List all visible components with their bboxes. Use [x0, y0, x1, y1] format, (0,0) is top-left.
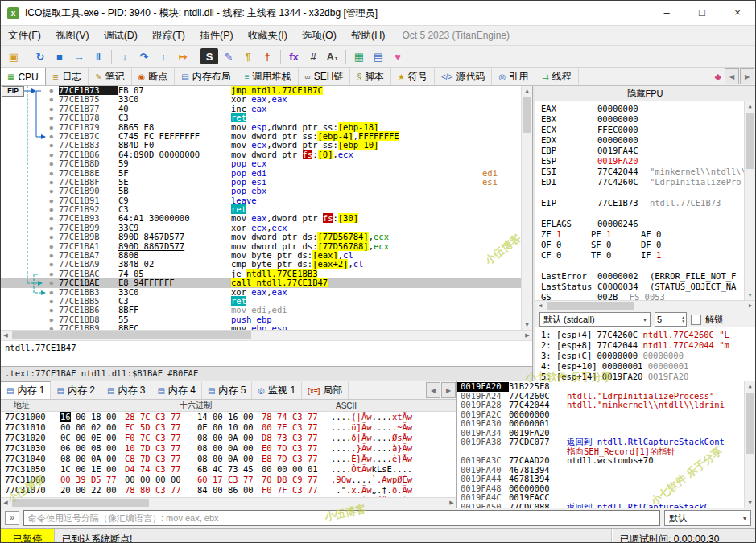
breakpoint-dot[interactable]: ●	[49, 105, 53, 113]
tab-日志[interactable]: ≣日志	[46, 68, 89, 85]
hide-fpu-button[interactable]: 隐藏FPU	[535, 86, 755, 101]
scroll-up-icon[interactable]: ▲	[745, 381, 755, 391]
overview-icon[interactable]: ◆	[715, 72, 721, 82]
step-into-icon[interactable]: ↓	[116, 48, 134, 64]
tab-SEH链[interactable]: ∞SEH链	[299, 68, 351, 85]
tab-脚本[interactable]: §脚本	[350, 68, 391, 85]
scroll-right-icon[interactable]: ▶	[523, 331, 532, 340]
register-value[interactable]: 00000246	[597, 219, 638, 228]
menu-item[interactable]: 插件(P)	[192, 26, 241, 45]
run-to-user-code-icon[interactable]: ↦	[174, 48, 192, 64]
tab-笔记[interactable]: ✎笔记	[89, 68, 131, 85]
breakpoint-dot[interactable]: ●	[49, 197, 53, 204]
breakpoint-dot[interactable]: ●	[49, 114, 53, 121]
dump-tab-scroll-left-button[interactable]: ◀	[426, 382, 440, 398]
stack-row[interactable]: 0019FA2877C42044ntdll."minkernel\\ntdll\…	[457, 401, 755, 410]
register-value[interactable]: C0000034	[597, 282, 638, 291]
breakpoint-dot[interactable]: ●	[49, 151, 53, 158]
argument-count-spinner[interactable]: 5 ▴▾	[655, 312, 687, 327]
tab-监视 1[interactable]: ◎监视 1	[252, 382, 302, 399]
tab-内存 4[interactable]: ▤内存 4	[151, 382, 201, 399]
register-row[interactable]: EDX00000000	[541, 135, 755, 146]
dump-horizontal-scrollbar[interactable]: ◀▶	[1, 497, 456, 508]
menu-item[interactable]: 选项(O)	[295, 26, 344, 45]
disasm-address[interactable]: 77CE1BAE	[59, 278, 118, 287]
register-row[interactable]: EIP77CE1B73 ntdll.77CE1B73	[541, 198, 755, 208]
menu-item[interactable]: 调试(D)	[97, 26, 145, 45]
scroll-left-icon[interactable]: ◀	[535, 301, 545, 311]
help-heart-icon[interactable]: ♥	[389, 48, 407, 64]
registers-vertical-scrollbar[interactable]: ▲▼	[744, 101, 755, 300]
scroll-right-icon[interactable]: ▶	[746, 301, 755, 311]
scrollbar-thumb[interactable]	[746, 393, 754, 454]
register-row[interactable]	[541, 261, 755, 271]
breakpoint-dot[interactable]: ●	[49, 252, 53, 259]
close-button[interactable]: ×	[720, 1, 755, 25]
breakpoint-dot[interactable]: ●	[49, 87, 53, 94]
register-row[interactable]: EBX00000000	[541, 114, 755, 125]
stack-address[interactable]: 0019FA28	[457, 401, 509, 410]
register-value[interactable]: 002B	[597, 292, 618, 300]
calling-convention-select[interactable]: 默认 (stdcall) ▾	[539, 312, 651, 327]
register-row[interactable]: GS002B FS 0053	[541, 292, 755, 300]
register-value[interactable]: 77C4260C	[597, 177, 638, 187]
stack-row[interactable]: 0019FA3000000001	[457, 419, 755, 429]
stack-panel[interactable]: ▲▼ 0019FA2031B225F80019FA2477C4260Cntdll…	[457, 381, 755, 508]
stack-address[interactable]: 0019FA44	[457, 475, 509, 484]
breakpoint-dot[interactable]: ●	[49, 215, 53, 222]
register-row[interactable]: LastStatusC0000034 (STATUS_OBJECT_NA	[541, 282, 755, 292]
minimize-button[interactable]: –	[649, 1, 684, 25]
menu-item[interactable]: 视图(V)	[48, 26, 97, 45]
register-value[interactable]: 77C42044	[597, 167, 638, 176]
memory-row[interactable]: 77C310501C 00 1E 00D4 74 C3 776B 4C 73 4…	[1, 464, 456, 475]
disasm-address[interactable]: 77CE1B8D	[59, 159, 118, 168]
stack-row[interactable]: 0019FA3C77CAAD20ntdll.wcstombs+70	[457, 456, 755, 466]
scrollbar-thumb[interactable]	[12, 331, 251, 339]
tab-符号[interactable]: ★符号	[391, 68, 435, 85]
menu-item[interactable]: 跟踪(T)	[145, 26, 192, 45]
stack-address[interactable]: 0019FA20	[457, 382, 509, 392]
breakpoint-dot[interactable]: ●	[49, 142, 53, 149]
run-icon[interactable]: →	[70, 48, 88, 64]
script-icon[interactable]: S	[200, 48, 218, 64]
pause-icon[interactable]: ‖	[89, 48, 107, 64]
hash-icon[interactable]: #	[304, 48, 322, 64]
scroll-left-icon[interactable]: ◀	[1, 331, 10, 340]
stack-row[interactable]: 0019FA2031B225F8	[457, 382, 755, 392]
memory-row[interactable]: 77C3106000 39 D5 7700 00 00 0060 17 C3 7…	[1, 475, 456, 485]
scrollbar-thumb[interactable]	[746, 113, 754, 169]
tab-scroll-right-button[interactable]: ▶	[740, 68, 754, 84]
breakpoint-dot[interactable]: ●	[49, 233, 53, 241]
register-row[interactable]: EDI77C4260C "LdrpInitializePro	[541, 177, 755, 187]
stack-row[interactable]: 0019FA3877CDC077返回到 ntdll.RtlCaptureStac…	[457, 438, 755, 447]
dump-address[interactable]: 77C31010	[1, 422, 60, 433]
breakpoint-dot[interactable]: ●	[49, 316, 53, 323]
scroll-up-icon[interactable]: ▲	[745, 101, 755, 111]
tab-局部[interactable]: [x=]局部	[302, 382, 349, 399]
call-argument-row[interactable]: 2: [esp+8] 77C42044 ntdll.77C42044 "m	[541, 340, 755, 351]
disasm-row[interactable]: ●77CE1BB98BECmov ebp,esp	[1, 324, 532, 330]
register-row[interactable]: ECXFFEC0000	[541, 125, 755, 135]
dump-address[interactable]: 77C31040	[1, 454, 60, 464]
register-row[interactable]: OF 0SF 0DF 0	[541, 240, 755, 250]
breakpoint-dot[interactable]: ●	[49, 270, 53, 278]
register-row[interactable]	[541, 187, 755, 198]
stack-row[interactable]: 0019FA2C00000000	[457, 410, 755, 420]
register-row[interactable]: ESI77C42044 "minkernel\\ntdll\\	[541, 167, 755, 177]
graph-icon[interactable]: ▦	[350, 48, 368, 64]
register-row[interactable]: ZF 1PF 1AF 0	[541, 229, 755, 240]
comment-icon[interactable]: ¶	[239, 48, 257, 64]
disasm-address[interactable]: 77CE1B90	[59, 187, 118, 195]
stack-row[interactable]: 0019FA4046781394	[457, 466, 755, 475]
register-value[interactable]: 0019FA4C	[597, 146, 638, 155]
stack-row[interactable]: 0019FA4800000000	[457, 484, 755, 494]
breakpoint-dot[interactable]: ●	[49, 179, 53, 186]
register-row[interactable]	[541, 208, 755, 219]
tab-线程[interactable]: ⇉线程	[535, 68, 578, 85]
sword-icon[interactable]: †	[258, 48, 276, 64]
tab-断点[interactable]: ◉断点	[132, 68, 176, 85]
breakpoint-dot[interactable]: ●	[49, 160, 53, 167]
stack-address[interactable]: 0019FA30	[457, 419, 509, 429]
flag-CF[interactable]: CF 0	[541, 250, 591, 261]
memory-row[interactable]: 77C3101000 00 02 00FC 5D C3 770E 00 10 0…	[1, 422, 456, 433]
